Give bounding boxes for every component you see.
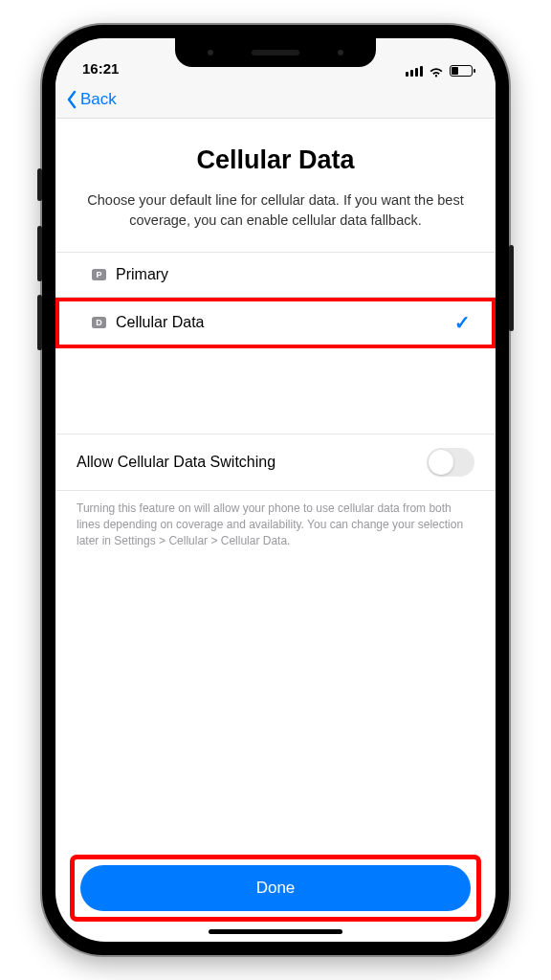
allow-switching-row: Allow Cellular Data Switching (55, 434, 496, 491)
nav-bar: Back (55, 80, 496, 119)
sim-badge-data-icon: D (92, 317, 106, 328)
sim-badge-primary-icon: P (92, 269, 106, 280)
power-button (509, 245, 514, 331)
toggle-knob (429, 450, 453, 475)
content: Cellular Data Choose your default line f… (55, 119, 496, 942)
done-button[interactable]: Done (80, 865, 471, 911)
line-label: Primary (116, 266, 471, 283)
screen: 16:21 Back Cellular Data Choose your def… (55, 38, 496, 942)
page-subtitle: Choose your default line for cellular da… (84, 190, 467, 231)
switch-label: Allow Cellular Data Switching (77, 454, 276, 471)
checkmark-icon: ✓ (454, 311, 471, 334)
back-label: Back (80, 90, 117, 109)
allow-switching-toggle[interactable] (427, 448, 474, 477)
done-label: Done (256, 879, 296, 898)
volume-down-button (37, 295, 42, 350)
volume-up-button (37, 226, 42, 281)
battery-icon (450, 65, 473, 77)
page-title: Cellular Data (84, 145, 467, 175)
status-time: 16:21 (82, 60, 119, 77)
done-highlight: Done (75, 859, 476, 917)
chevron-left-icon (65, 90, 78, 109)
line-label: Cellular Data (116, 314, 454, 331)
wifi-icon (429, 65, 444, 77)
cellular-signal-icon (406, 66, 423, 77)
line-option-cellular-data[interactable]: D Cellular Data ✓ (55, 298, 496, 348)
notch (175, 38, 376, 67)
line-list: P Primary D Cellular Data ✓ Allow Cellul… (55, 252, 496, 558)
mute-switch (37, 168, 42, 201)
phone-frame: 16:21 Back Cellular Data Choose your def… (42, 25, 509, 955)
header-block: Cellular Data Choose your default line f… (55, 119, 496, 252)
list-spacer (55, 348, 496, 434)
footer-note: Turning this feature on will allow your … (55, 491, 496, 558)
back-button[interactable]: Back (65, 90, 117, 109)
home-indicator[interactable] (209, 929, 342, 934)
line-option-primary[interactable]: P Primary (55, 253, 496, 298)
